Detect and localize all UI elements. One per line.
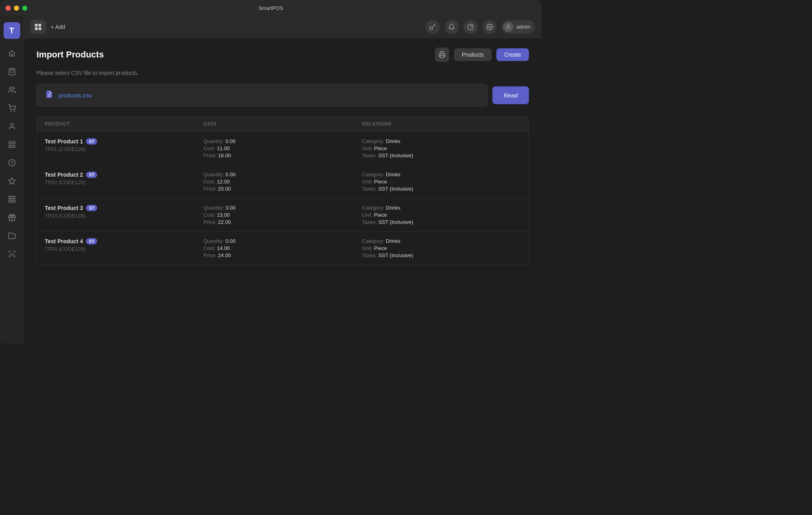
admin-button[interactable]: admin: [502, 20, 535, 34]
file-input-box[interactable]: products.csv: [36, 84, 488, 107]
sidebar-item-special[interactable]: [4, 173, 20, 189]
taxes-line: Taxes: SST (Inclusive): [362, 252, 521, 258]
cost-line: Cost: 14.00: [203, 245, 362, 251]
unit-line: Unit: Piece: [362, 212, 521, 218]
price-line: Price: 22.00: [203, 219, 362, 225]
sidebar-item-users[interactable]: [4, 118, 20, 135]
quantity-line: Quantity: 0.00: [203, 138, 362, 144]
product-cell: Test Product 4 ST TP04 (CODE128): [45, 238, 203, 258]
product-name: Test Product 3: [45, 205, 83, 211]
key-icon-button[interactable]: [425, 20, 440, 34]
svg-rect-19: [38, 24, 41, 27]
page-header: Import Products Products Create: [36, 48, 529, 62]
product-name-row: Test Product 1 ST: [45, 138, 203, 145]
product-badge: ST: [86, 138, 97, 145]
sidebar-item-variables[interactable]: {x}: [4, 246, 20, 262]
unit-line: Unit: Piece: [362, 145, 521, 151]
table-row: Test Product 2 ST TP02 (CODE128) Quantit…: [37, 165, 529, 198]
svg-point-4: [10, 124, 13, 126]
category-line: Category: Drinks: [362, 238, 521, 244]
sidebar-item-shop[interactable]: [4, 63, 20, 80]
unit-line: Unit: Piece: [362, 179, 521, 185]
product-code: TP04 (CODE128): [45, 246, 203, 252]
category-line: Category: Drinks: [362, 138, 521, 144]
svg-rect-14: [12, 200, 15, 202]
sidebar-item-folder[interactable]: [4, 227, 20, 244]
table-body: Test Product 1 ST TP01 (CODE128) Quantit…: [37, 132, 529, 265]
relations-cell: Category: Drinks Unit: Piece Taxes: SST …: [362, 172, 521, 192]
sidebar-item-grid[interactable]: [4, 191, 20, 208]
table-row: Test Product 3 ST TP03 (CODE128) Quantit…: [37, 198, 529, 232]
product-code: TP02 (CODE128): [45, 179, 203, 185]
svg-marker-10: [8, 178, 15, 184]
read-button[interactable]: Read: [492, 86, 529, 104]
print-button[interactable]: [435, 48, 449, 62]
product-badge: ST: [86, 205, 97, 211]
relations-cell: Category: Drinks Unit: Piece Taxes: SST …: [362, 138, 521, 158]
col-relations: RELATIONS: [362, 121, 521, 127]
svg-rect-7: [9, 145, 11, 148]
add-button[interactable]: + Add: [51, 24, 65, 30]
product-cell: Test Product 2 ST TP02 (CODE128): [45, 172, 203, 192]
page-title: Import Products: [36, 50, 435, 60]
svg-point-23: [488, 26, 490, 28]
sidebar-item-scanner[interactable]: [4, 136, 20, 153]
maximize-button[interactable]: [22, 6, 27, 11]
sidebar-item-cart[interactable]: [4, 100, 20, 116]
cost-line: Cost: 11.00: [203, 145, 362, 151]
svg-rect-13: [9, 200, 11, 202]
svg-point-22: [429, 27, 433, 30]
products-button[interactable]: Products: [454, 48, 492, 61]
traffic-lights: [6, 6, 27, 11]
category-line: Category: Drinks: [362, 205, 521, 211]
relations-cell: Category: Drinks Unit: Piece Taxes: SST …: [362, 205, 521, 225]
svg-rect-5: [9, 142, 11, 144]
svg-point-1: [10, 87, 12, 90]
bell-icon-button[interactable]: [444, 20, 459, 34]
svg-rect-6: [12, 142, 15, 144]
settings-icon-button[interactable]: [483, 20, 497, 34]
unit-line: Unit: Piece: [362, 245, 521, 251]
sidebar-item-customers[interactable]: [4, 82, 20, 98]
product-badge: ST: [86, 172, 97, 178]
svg-rect-11: [9, 196, 11, 199]
relations-cell: Category: Drinks Unit: Piece Taxes: SST …: [362, 238, 521, 258]
cost-line: Cost: 13.00: [203, 212, 362, 218]
file-icon: [45, 90, 54, 101]
price-line: Price: 24.00: [203, 252, 362, 258]
svg-rect-18: [35, 24, 38, 27]
svg-text:{x}: {x}: [10, 253, 13, 256]
category-line: Category: Drinks: [362, 172, 521, 177]
product-cell: Test Product 1 ST TP01 (CODE128): [45, 138, 203, 158]
svg-point-24: [507, 25, 509, 27]
main-content: Import Products Products Create Please s…: [24, 38, 542, 344]
product-name: Test Product 2: [45, 172, 83, 178]
data-cell: Quantity: 0.00 Cost: 13.00 Price: 22.00: [203, 205, 362, 225]
svg-rect-12: [12, 196, 15, 199]
icon-bar: T: [0, 16, 24, 344]
data-cell: Quantity: 0.00 Cost: 14.00 Price: 24.00: [203, 238, 362, 258]
admin-label: admin: [517, 24, 530, 30]
quantity-line: Quantity: 0.00: [203, 238, 362, 244]
product-code: TP03 (CODE128): [45, 213, 203, 219]
sidebar-item-gifts[interactable]: [4, 209, 20, 226]
close-button[interactable]: [6, 6, 11, 11]
taxes-line: Taxes: SST (Inclusive): [362, 219, 521, 225]
product-cell: Test Product 3 ST TP03 (CODE128): [45, 205, 203, 225]
quantity-line: Quantity: 0.00: [203, 205, 362, 211]
price-line: Price: 20.00: [203, 186, 362, 192]
sidebar-item-home[interactable]: [4, 45, 20, 62]
chart-icon-button[interactable]: [463, 20, 478, 34]
add-label: + Add: [51, 24, 65, 30]
minimize-button[interactable]: [14, 6, 19, 11]
table-header: PRODUCT DATA RELATIONS: [37, 116, 529, 132]
grid-view-button[interactable]: [30, 20, 46, 34]
svg-rect-20: [35, 27, 38, 30]
taxes-line: Taxes: SST (Inclusive): [362, 153, 521, 158]
sidebar-item-finance[interactable]: [4, 154, 20, 171]
create-button[interactable]: Create: [496, 48, 529, 61]
svg-rect-21: [38, 27, 41, 30]
col-product: PRODUCT: [45, 121, 203, 127]
product-code: TP01 (CODE128): [45, 146, 203, 152]
app-title: SmartPOS: [259, 5, 283, 11]
